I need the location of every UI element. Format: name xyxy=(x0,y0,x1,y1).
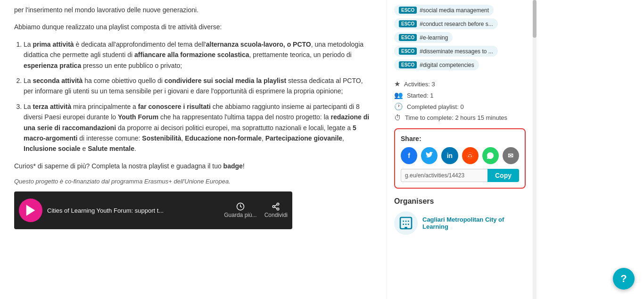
intro2-paragraph: Abbiamo dunque realizzato una playlist c… xyxy=(14,22,372,32)
curious-paragraph: Curios* di saperne di più? Completa la n… xyxy=(14,161,372,171)
organiser-row: Cagliari Metropolitan City of Learning xyxy=(394,211,526,235)
stats-section: ★ Activities: 3 👥 Started: 1 🕐 Completed… xyxy=(394,80,526,122)
building-icon xyxy=(398,216,413,231)
share-label: Condividi xyxy=(264,212,288,218)
badge-text: badge xyxy=(223,162,243,170)
stat-activities: ★ Activities: 3 xyxy=(394,80,526,88)
bold-text: far conoscere i risultati xyxy=(138,103,211,110)
activities-list: La prima attività è dedicata all'approfo… xyxy=(24,39,372,154)
share-video-btn[interactable]: Condividi xyxy=(264,202,288,218)
tag-conduct-research[interactable]: ESCO #conduct research before s... xyxy=(394,18,498,29)
stat-completed: 🕐 Completed playlist: 0 xyxy=(394,102,526,111)
tag-label: #e-learning xyxy=(420,34,448,41)
stat-started: 👥 Started: 1 xyxy=(394,91,526,100)
url-display: g.eu/en/activities/14423 xyxy=(401,169,487,182)
bold-text: Sostenibilità xyxy=(142,134,181,142)
share-icon xyxy=(272,202,280,211)
tag-digital-competencies[interactable]: ESCO #digital competencies xyxy=(394,59,479,70)
intro-paragraph: per l'inserimento nel mondo lavorativo d… xyxy=(14,5,372,15)
list-item: La seconda attività ha come obiettivo qu… xyxy=(24,75,372,97)
stat-activities-text: Activities: 3 xyxy=(404,81,435,88)
video-title: Cities of Learning Youth Forum: support … xyxy=(42,207,224,214)
time-icon: ⏱ xyxy=(394,114,401,122)
list-item: La prima attività è dedicata all'approfo… xyxy=(24,39,372,71)
esco-badge: ESCO xyxy=(399,7,417,14)
video-thumbnail[interactable]: Cities of Learning Youth Forum: support … xyxy=(14,191,292,229)
tag-label: #social media management xyxy=(420,7,489,14)
reddit-share-button[interactable] xyxy=(462,147,479,164)
page-scrollbar[interactable] xyxy=(533,0,537,299)
video-controls: Guarda più... Condividi xyxy=(224,202,292,218)
tag-disseminate[interactable]: ESCO #disseminate messages to ... xyxy=(394,46,498,57)
bold-text: Youth Forum xyxy=(118,113,158,121)
scrollbar-thumb[interactable] xyxy=(533,0,537,38)
video-avatar xyxy=(19,199,42,222)
bold-text: prima attività xyxy=(33,41,74,48)
esco-badge: ESCO xyxy=(399,20,417,27)
copy-button[interactable]: Copy xyxy=(487,169,519,182)
stat-time-text: Time to complete: 2 hours 15 minutes xyxy=(405,114,507,121)
star-icon: ★ xyxy=(394,80,400,88)
bold-text: Inclusione sociale xyxy=(24,145,81,152)
tag-social-media[interactable]: ESCO #social media management xyxy=(394,5,494,16)
share-label: Share: xyxy=(401,135,519,142)
tag-label: #disseminate messages to ... xyxy=(420,48,493,55)
stat-completed-text: Completed playlist: 0 xyxy=(407,103,464,110)
twitter-share-button[interactable] xyxy=(421,147,438,164)
tags-container: ESCO #social media management ESCO #cond… xyxy=(394,5,526,73)
watch-more-btn[interactable]: Guarda più... xyxy=(224,202,256,218)
bold-text: alternanza scuola-lavoro, o PCTO xyxy=(206,41,311,48)
clock-check-icon: 🕐 xyxy=(394,102,403,111)
esco-badge: ESCO xyxy=(399,34,417,41)
copy-url-row: g.eu/en/activities/14423 Copy xyxy=(401,169,519,182)
tag-label: #digital competencies xyxy=(420,62,474,68)
bold-text: Partecipazione giovanile xyxy=(265,134,342,142)
facebook-share-button[interactable]: f xyxy=(401,147,417,164)
help-button[interactable]: ? xyxy=(613,268,635,290)
stat-time: ⏱ Time to complete: 2 hours 15 minutes xyxy=(394,114,526,122)
bold-text: Educazione non-formale xyxy=(185,134,262,142)
linkedin-share-button[interactable]: in xyxy=(441,147,458,164)
list-item: La terza attività mira principalmente a … xyxy=(24,101,372,154)
tag-label: #conduct research before s... xyxy=(420,21,493,27)
whatsapp-share-button[interactable] xyxy=(482,147,499,164)
reddit-icon xyxy=(466,152,474,159)
watch-label: Guarda più... xyxy=(224,212,256,218)
bold-text: condividere sui social media la playlist xyxy=(165,77,286,84)
bold-text: esperienza pratica xyxy=(24,62,81,69)
organiser-avatar xyxy=(394,211,418,235)
svg-line-2 xyxy=(275,205,277,206)
main-content: per l'inserimento nel mondo lavorativo d… xyxy=(0,0,387,299)
bold-text: redazione di una serie di raccomandazion… xyxy=(24,113,369,131)
organiser-name[interactable]: Cagliari Metropolitan City of Learning xyxy=(422,216,526,230)
esco-badge: ESCO xyxy=(399,48,417,55)
stat-started-text: Started: 1 xyxy=(407,92,433,99)
play-icon xyxy=(24,204,37,217)
svg-line-1 xyxy=(275,207,277,208)
bold-text: affiancare alla formazione scolastica xyxy=(134,51,249,58)
share-box: Share: f in ✉ g.eu/en/activities/14423 C… xyxy=(394,128,526,189)
right-sidebar: ESCO #social media management ESCO #cond… xyxy=(387,0,533,299)
erasmus-note: Questo progetto è co-finanziato dal prog… xyxy=(14,178,372,185)
bold-text: seconda attività xyxy=(33,77,83,84)
esco-badge: ESCO xyxy=(399,61,417,68)
organisers-section: Organisers Cagliari Metropolitan City of… xyxy=(394,197,526,235)
organisers-title: Organisers xyxy=(394,197,526,206)
clock-icon xyxy=(236,202,245,211)
people-icon: 👥 xyxy=(394,91,403,100)
twitter-icon xyxy=(426,152,433,159)
bold-text: Salute mentale xyxy=(88,145,134,152)
whatsapp-icon xyxy=(487,152,494,159)
email-share-button[interactable]: ✉ xyxy=(503,147,519,164)
bold-text: terza attività xyxy=(33,103,71,110)
share-icons-row: f in ✉ xyxy=(401,147,519,164)
tag-elearning[interactable]: ESCO #e-learning xyxy=(394,32,453,43)
